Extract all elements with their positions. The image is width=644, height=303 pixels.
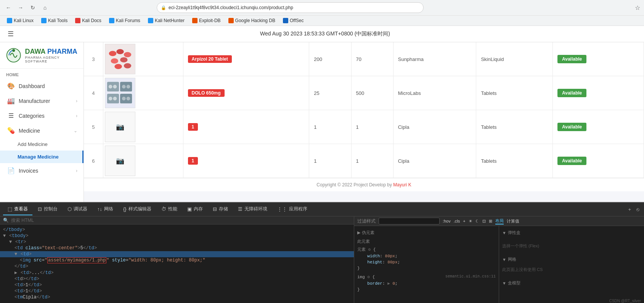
filter-moon[interactable]: ☾ — [475, 219, 479, 224]
tree-line[interactable]: <img src="assets/myimages/1.php" style="… — [0, 257, 354, 263]
home-button[interactable]: ⌂ — [40, 3, 50, 12]
sidebar-item-dashboard[interactable]: 🎨 Dashboard — [0, 79, 84, 93]
product-table: 3 — [84, 42, 644, 178]
arrow-icon: ▶ — [357, 230, 360, 235]
box-model-title: ▼ 盒模型 — [502, 279, 641, 287]
box-model-arrow: ▼ — [502, 281, 506, 285]
table-row: 4 — [84, 76, 644, 110]
svg-rect-20 — [120, 94, 132, 103]
tree-text: <tr> — [15, 239, 26, 245]
forward-button[interactable]: → — [16, 3, 25, 12]
devtools-tab-network[interactable]: ↑↓ 网络 — [93, 204, 118, 215]
devtools-search-bar: 🔍 — [0, 216, 354, 224]
devtools-tab-console[interactable]: ⊡ 控制台 — [33, 204, 62, 215]
address-bar[interactable]: 🔒 eci-2zeayli1t9q4f8vc9t34.cloudeci1.ich… — [157, 2, 424, 13]
devtools-tab-performance[interactable]: ⏱ 性能 — [157, 204, 182, 215]
tab-label: 控制台 — [44, 206, 58, 212]
tree-line[interactable]: <tmCipla</td> — [0, 294, 354, 298]
devtools-pick-button[interactable]: ⎋ — [635, 206, 641, 213]
filter-hov[interactable]: :hov — [443, 219, 451, 223]
bookmark-kali-tools[interactable]: Kali Tools — [38, 17, 71, 24]
bookmark-button[interactable]: ☆ — [635, 4, 640, 11]
filter-input[interactable] — [379, 218, 440, 224]
tree-text: <tmCipla</td> — [14, 295, 50, 298]
bookmarks-bar: Kali Linux Kali Tools Kali Docs Kali For… — [0, 15, 644, 26]
table-row: 3 — [84, 42, 644, 76]
sidebar-item-invoices[interactable]: 📄 Invoices › — [0, 163, 84, 178]
devtools-tab-accessibility[interactable]: ☰ 无障碍环境 — [233, 204, 272, 215]
filter-screenshot[interactable]: ⊡ — [482, 219, 486, 224]
sidebar-item-manufacturer[interactable]: 🏭 Manufacturer › — [0, 93, 84, 108]
svg-point-21 — [122, 97, 125, 101]
filter-add[interactable]: + — [463, 219, 465, 223]
row-num: 6 — [84, 144, 103, 178]
tree-line[interactable]: </tbody> — [0, 227, 354, 233]
sidebar-sub-manage-medicine[interactable]: Manage Medicine — [0, 151, 84, 163]
header-bar: ☰ Wed Aug 30 2023 18:53:33 GMT+0800 (中国标… — [0, 26, 644, 42]
bookmark-kali-nethunter[interactable]: Kali NetHunter — [145, 17, 188, 24]
table-row: 6 📷 1 1 1 Cipla — [84, 144, 644, 178]
bookmark-kali-forums[interactable]: Kali Forums — [106, 17, 143, 24]
row-num: 3 — [84, 42, 103, 76]
bookmark-google-hacking[interactable]: Google Hacking DB — [225, 17, 278, 24]
devtools-tab-memory[interactable]: ▣ 内存 — [183, 204, 207, 215]
tree-arrow[interactable]: ▼ — [9, 239, 14, 245]
tree-line[interactable]: ▼ <tbody> — [0, 233, 354, 239]
dashboard-icon: 🎨 — [7, 82, 15, 90]
filter-sun[interactable]: ☀ — [469, 219, 472, 224]
back-button[interactable]: ← — [4, 3, 13, 12]
devtools-tab-style-editor[interactable]: {} 样式编辑器 — [119, 204, 156, 215]
table-body: 3 — [84, 42, 644, 178]
filter-layout[interactable]: 布局 — [495, 218, 504, 224]
devtools-tab-inspector[interactable]: ⬚ 查看器 — [3, 204, 32, 215]
style-editor-icon: {} — [123, 206, 127, 212]
tab-label: 存储 — [219, 206, 228, 212]
tree-arrow[interactable]: ▼ — [3, 233, 8, 239]
logo-icon — [6, 47, 21, 64]
bookmark-kali-linux[interactable]: Kali Linux — [4, 17, 37, 24]
filter-grid[interactable]: ⊞ — [489, 219, 492, 224]
debugger-icon: ⬡ — [67, 206, 72, 212]
bookmark-exploit-db[interactable]: Exploit-DB — [189, 17, 224, 24]
devtools-tab-apps[interactable]: ⋮⋮ 应用程序 — [273, 204, 312, 215]
svg-point-9 — [124, 63, 131, 69]
tree-line[interactable]: <td>1</td> — [0, 288, 354, 294]
img-style-source: semantic.ui.min.css:11 — [445, 274, 496, 279]
product-price-cell: 200 — [309, 42, 351, 76]
tree-line[interactable]: </td> — [0, 263, 354, 269]
bookmark-offsec[interactable]: OffSec — [280, 17, 307, 24]
devtools-add-button[interactable]: + — [626, 206, 633, 213]
refresh-button[interactable]: ↻ — [28, 3, 37, 12]
devtools-tab-storage[interactable]: ⊟ 存储 — [208, 204, 233, 215]
hamburger-button[interactable]: ☰ — [8, 30, 14, 38]
devtools-tab-debugger[interactable]: ⬡ 调试器 — [63, 204, 92, 215]
tree-arrow[interactable]: ▶ — [14, 270, 20, 276]
sidebar-item-medicine[interactable]: 💊 Medicine ⌄ — [0, 123, 84, 138]
filter-computed[interactable]: 计算值 — [507, 218, 519, 224]
product-image — [105, 44, 135, 74]
bookmark-kali-docs[interactable]: Kali Docs — [72, 17, 104, 24]
tree-line[interactable]: <td>1</td> — [0, 282, 354, 288]
tree-line[interactable]: ▼ <tr> — [0, 239, 354, 245]
console-icon: ⊡ — [38, 206, 42, 212]
filter-cls[interactable]: .cls — [454, 219, 460, 223]
tree-line[interactable]: ▶ <td>...</td> — [0, 269, 354, 276]
tree-arrow[interactable]: ▼ — [14, 252, 20, 257]
add-medicine-label: Add Medicine — [18, 141, 48, 147]
box-model-label: 盒模型 — [508, 280, 520, 286]
product-category-cell: SkinLiquid — [476, 42, 553, 76]
tree-line[interactable]: <td​​></td> — [0, 276, 354, 282]
product-manufacturer-cell: MicroLabs — [393, 76, 476, 110]
tree-line[interactable]: <td class="text-center">5</td> — [0, 245, 354, 251]
html-search-input[interactable] — [11, 218, 351, 223]
product-status-cell: Available — [552, 110, 644, 144]
bookmark-label: OffSec — [290, 18, 304, 23]
product-name-cell: DOLO 650mg — [183, 76, 309, 110]
tab-label: 样式编辑器 — [128, 206, 151, 212]
logo-text: DAWA PHARMA PHARMA AGENCY SOFTWARE — [25, 48, 77, 63]
sidebar-sub-add-medicine[interactable]: Add Medicine — [0, 138, 84, 151]
sidebar-item-categories[interactable]: ☰ Categories › — [0, 108, 84, 123]
tree-line-selected[interactable]: ▼ <td> — [0, 251, 354, 257]
status-badge: Available — [557, 123, 586, 131]
footer-author-link[interactable]: Mayuri K — [393, 182, 411, 188]
